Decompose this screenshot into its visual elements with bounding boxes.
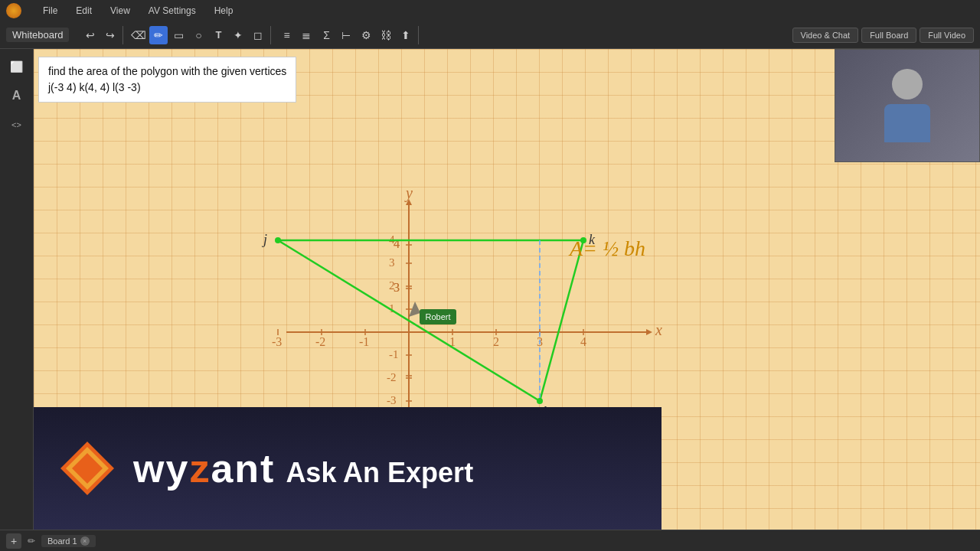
full-video-button[interactable]: Full Video — [920, 28, 974, 43]
svg-text:x: x — [655, 321, 662, 338]
add-board-button[interactable]: + — [6, 533, 21, 549]
eraser2-button[interactable]: ◻ — [249, 26, 267, 44]
svg-text:A= ½ bh: A= ½ bh — [568, 236, 645, 260]
person-head — [892, 69, 923, 99]
link-button[interactable]: ⛓ — [377, 26, 395, 44]
svg-text:Robert: Robert — [425, 312, 450, 321]
video-content — [835, 50, 979, 161]
full-board-button[interactable]: Full Board — [861, 28, 916, 43]
text-tool-button[interactable]: A — [5, 84, 28, 107]
svg-point-49 — [537, 398, 543, 404]
wyzant-logo — [57, 438, 118, 499]
menu-edit[interactable]: Edit — [73, 4, 95, 18]
side-panel: ⬜ A <> — [0, 49, 34, 530]
ruler-button[interactable]: ⊢ — [337, 26, 355, 44]
bottom-bar: + ✏ Board 1 × — [0, 530, 980, 551]
wyzant-z: z — [189, 446, 211, 491]
whiteboard-mode-button[interactable]: ⬜ — [5, 55, 28, 78]
svg-text:3: 3 — [389, 256, 395, 269]
video-chat-button[interactable]: Video & Chat — [792, 28, 859, 43]
whiteboard-label: Whiteboard — [6, 28, 69, 42]
wyzant-ant: ant — [211, 446, 275, 491]
toolbar: Whiteboard ↩ ↪ ⌫ ✏ ▭ ○ T ✦ ◻ ≡ ≣ Σ ⊢ ⚙ ⛓… — [0, 21, 980, 49]
svg-text:4: 4 — [580, 335, 586, 348]
svg-text:-3: -3 — [387, 394, 397, 406]
app-logo — [6, 3, 21, 18]
history-tools: ↩ ↪ — [78, 26, 123, 44]
svg-text:j: j — [262, 232, 267, 247]
svg-text:-3: -3 — [272, 335, 282, 348]
gear-button[interactable]: ⚙ — [357, 26, 375, 44]
svg-text:-1: -1 — [359, 335, 369, 348]
wyzant-slogan: Ask An Expert — [286, 457, 473, 489]
eraser-button[interactable]: ⌫ — [129, 26, 148, 44]
highlight-button[interactable]: ○ — [189, 26, 207, 44]
menu-file[interactable]: File — [40, 4, 60, 18]
wyzant-row: wyzant Ask An Expert — [133, 448, 473, 489]
canvas-area[interactable]: find the area of the polygon with the gi… — [34, 49, 980, 530]
svg-text:-2: -2 — [387, 371, 397, 383]
pen-icon: ✏ — [28, 536, 35, 546]
brush-button[interactable]: ▭ — [169, 26, 188, 44]
svg-text:-1: -1 — [389, 348, 399, 360]
menu-av-settings[interactable]: AV Settings — [145, 4, 199, 18]
video-thumbnail — [835, 49, 980, 162]
draw-tools: ⌫ ✏ ▭ ○ T ✦ ◻ — [126, 26, 271, 44]
menu-view[interactable]: View — [107, 4, 133, 18]
svg-text:2: 2 — [493, 335, 499, 348]
svg-marker-2 — [646, 329, 652, 335]
wyzant-wy: wy — [133, 446, 189, 491]
svg-text:2: 2 — [389, 279, 395, 292]
board-tab-label: Board 1 — [47, 536, 77, 546]
board-tab[interactable]: Board 1 × — [41, 535, 96, 547]
sigma-button[interactable]: Σ — [317, 26, 335, 44]
laser-button[interactable]: ✦ — [229, 26, 247, 44]
svg-text:y: y — [404, 184, 413, 202]
redo-button[interactable]: ↪ — [101, 26, 119, 44]
svg-text:-2: -2 — [315, 335, 325, 348]
code-tool-button[interactable]: <> — [5, 113, 28, 136]
format-tools: ≡ ≣ Σ ⊢ ⚙ ⛓ ⬆ — [274, 26, 419, 44]
wyzant-brand: wyzant — [133, 448, 275, 488]
pen-button[interactable]: ✏ — [149, 26, 168, 44]
view-buttons: Video & Chat Full Board Full Video — [792, 28, 974, 43]
text-button[interactable]: T — [209, 26, 227, 44]
lines2-button[interactable]: ≣ — [297, 26, 315, 44]
upload-button[interactable]: ⬆ — [397, 26, 415, 44]
wyzant-banner: wyzant Ask An Expert — [34, 407, 662, 530]
board-tab-close[interactable]: × — [80, 536, 90, 546]
menu-help[interactable]: Help — [211, 4, 237, 18]
wyzant-text: wyzant Ask An Expert — [133, 448, 473, 489]
svg-point-47 — [275, 237, 281, 243]
person-body — [884, 104, 930, 142]
lines-button[interactable]: ≡ — [277, 26, 296, 44]
menu-bar: File Edit View AV Settings Help — [0, 0, 980, 21]
undo-button[interactable]: ↩ — [81, 26, 100, 44]
